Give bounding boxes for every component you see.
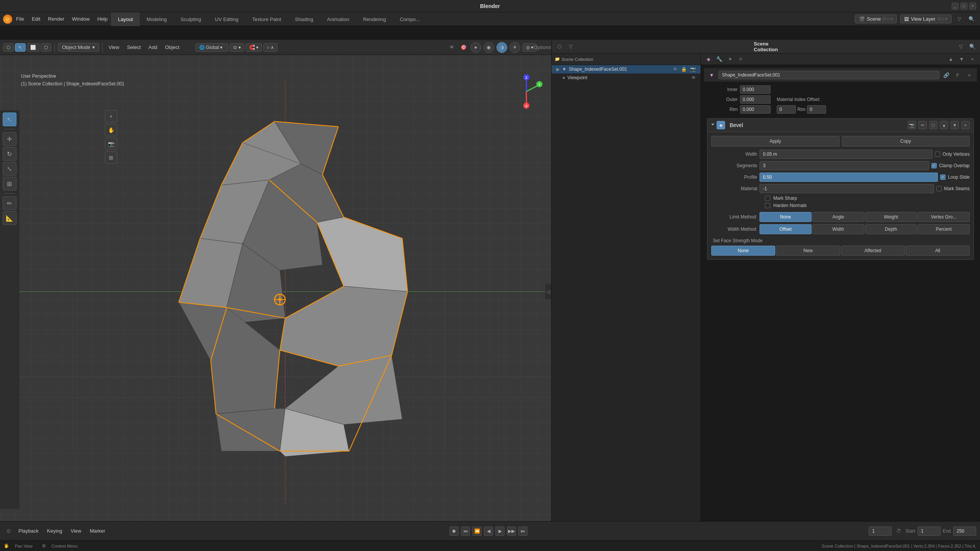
link-icon[interactable]: 🔗 [942, 70, 951, 80]
zoom-in-btn[interactable]: + [105, 110, 117, 122]
face-none-btn[interactable]: None [711, 246, 775, 256]
minimize-button[interactable]: _ [952, 3, 959, 10]
width-depth-btn[interactable]: Depth [865, 224, 917, 234]
bevel-edit-icon[interactable]: ✏ [918, 121, 927, 129]
outer-value[interactable]: 0.000 [740, 95, 771, 104]
close-button[interactable]: × [969, 3, 976, 10]
apply-button[interactable]: Apply [711, 136, 840, 147]
maximize-button[interactable]: □ [960, 3, 967, 10]
frame-fwd-btn[interactable]: ▶▶ [507, 527, 516, 536]
camera-perspective-btn[interactable]: 👁 [448, 43, 457, 52]
step-back-btn[interactable]: ⏪ [472, 527, 482, 536]
menu-render[interactable]: Render [44, 15, 68, 23]
face-new-btn[interactable]: New [776, 246, 840, 256]
material-shading-btn[interactable]: ◑ [497, 42, 507, 53]
outliner-filter-btn[interactable]: ▽ [956, 42, 965, 51]
prop-expand-icon[interactable]: ▲ [946, 55, 956, 64]
tab-rendering[interactable]: Rendering [356, 12, 393, 26]
camera-view-btn[interactable]: 📷 [105, 138, 117, 150]
width-width-btn[interactable]: Width [812, 224, 864, 234]
bevel-down-icon[interactable]: ▼ [951, 121, 959, 129]
viewport-gizmo[interactable]: Z Y X [509, 74, 544, 109]
scale-tool-btn[interactable]: ⤡ [3, 162, 16, 176]
tab-modeling[interactable]: Modeling [140, 12, 174, 26]
filter-icon[interactable]: ▽ [955, 15, 964, 24]
props-icon-object[interactable]: ◈ [704, 55, 713, 64]
jump-start-btn[interactable]: ⏮ [461, 527, 470, 536]
search-icon[interactable]: 🔍 [967, 15, 976, 24]
profile-field[interactable]: 0.50 [760, 173, 938, 182]
outliner-item-shape[interactable]: ▶ ▼ Shape_IndexedFaceSet.001 👁 🔒 📷 [552, 65, 701, 73]
visibility-icon-shape[interactable]: 👁 [673, 67, 678, 72]
mark-seams-label[interactable]: Mark Seams [944, 186, 970, 191]
select-arrow-btn[interactable]: ↖ [15, 43, 26, 52]
object-mode-selector[interactable]: Object Mode ▾ [58, 43, 99, 52]
move-tool-btn[interactable]: ✛ [3, 132, 16, 146]
jump-end-btn[interactable]: ⏭ [518, 527, 528, 536]
outliner-search-btn[interactable]: 🔍 [968, 42, 977, 51]
view-gizmo-btn[interactable]: 🎯 [459, 43, 468, 52]
limit-vertex-btn[interactable]: Vertex Gro... [918, 212, 970, 222]
scene-selector[interactable]: 🎬 Scene ⬡ □ × [855, 15, 897, 23]
bevel-up-icon[interactable]: ▲ [940, 121, 948, 129]
tab-sculpting[interactable]: Sculpting [174, 12, 208, 26]
record-btn[interactable]: ⏺ [449, 527, 459, 536]
mark-sharp-checkbox[interactable] [765, 196, 770, 201]
view-layer-selector[interactable]: 🖼 View Layer ⬡ □ × [900, 15, 952, 23]
start-frame-field[interactable]: 1 [918, 527, 941, 536]
rotate-tool-btn[interactable]: ↻ [3, 147, 16, 161]
end-frame-field[interactable]: 250 [953, 527, 976, 536]
tab-animation[interactable]: Animation [320, 12, 356, 26]
object-menu[interactable]: Object [162, 43, 183, 51]
harden-normals-checkbox[interactable] [765, 203, 770, 208]
bevel-collapse-triangle[interactable] [711, 124, 714, 127]
bevel-close-icon[interactable]: × [961, 121, 970, 129]
limit-weight-btn[interactable]: Weight [865, 212, 917, 222]
play-btn[interactable]: ▶ [495, 527, 505, 536]
props-icon-modifiers[interactable]: 🔧 [715, 55, 724, 64]
width-offset-btn[interactable]: Offset [760, 224, 812, 234]
mark-sharp-label[interactable]: Mark Sharp [773, 196, 797, 201]
rim-value[interactable]: 0.000 [740, 105, 771, 114]
tab-layout[interactable]: Layout [111, 12, 140, 26]
mark-seams-checkbox[interactable] [936, 186, 942, 191]
options-btn[interactable]: Options ▾ [539, 43, 548, 52]
menu-file[interactable]: File [12, 15, 28, 23]
harden-normals-label[interactable]: Harden Normals [773, 203, 807, 208]
panel-collapse-arrow[interactable]: ◁ [545, 284, 551, 299]
transform-tool-btn[interactable]: ⊞ [3, 177, 16, 191]
measure-tool-btn[interactable]: 📐 [3, 211, 16, 225]
rendered-shading-btn[interactable]: ☀ [510, 42, 520, 53]
tab-uv-editing[interactable]: UV Editing [208, 12, 245, 26]
prop-close-icon[interactable]: × [968, 55, 977, 64]
object-name-field[interactable]: Shape_IndexedFaceSet.001 [719, 71, 939, 79]
props-icon-physics[interactable]: ⚛ [736, 55, 745, 64]
clamp-overlap-label[interactable]: Clamp Overlap [939, 163, 970, 168]
width-percent-btn[interactable]: Percent [918, 224, 970, 234]
mat-idx-right[interactable]: 0 [807, 105, 826, 114]
props-icon-particles[interactable]: ✦ [725, 55, 735, 64]
menu-window[interactable]: Window [68, 15, 93, 23]
wireframe-shading-btn[interactable]: ● [470, 42, 481, 53]
proportional-btn[interactable]: ○ ∧ [263, 43, 278, 52]
limit-none-btn[interactable]: None [760, 212, 812, 222]
visibility-icon-viewpoint[interactable]: 👁 [691, 75, 696, 80]
snap-btn[interactable]: 🧲 ▾ [246, 43, 262, 52]
tab-texture-paint[interactable]: Texture Paint [245, 12, 288, 26]
view-menu-timeline[interactable]: View [68, 527, 85, 535]
loop-slide-label[interactable]: Loop Slide [948, 174, 970, 180]
material-field[interactable]: -1 [760, 184, 934, 193]
frame-rate-icon[interactable]: ⏱ [894, 527, 903, 536]
face-all-btn[interactable]: All [906, 246, 970, 256]
add-menu[interactable]: Add [145, 43, 160, 51]
pan-btn[interactable]: ✋ [105, 124, 117, 136]
playback-menu[interactable]: Playback [15, 527, 42, 535]
loop-slide-checkbox[interactable] [940, 174, 946, 180]
segments-field[interactable]: 3 [760, 161, 929, 170]
outliner-item-viewpoint[interactable]: ● Viewpoint 👁 [552, 73, 701, 82]
lasso-select-btn[interactable]: ⬡ [41, 43, 51, 52]
menu-help[interactable]: Help [93, 15, 111, 23]
lock-icon-shape[interactable]: 🔒 [681, 67, 687, 72]
box-select-btn[interactable]: ⬜ [27, 43, 39, 52]
marker-menu[interactable]: Marker [87, 527, 108, 535]
